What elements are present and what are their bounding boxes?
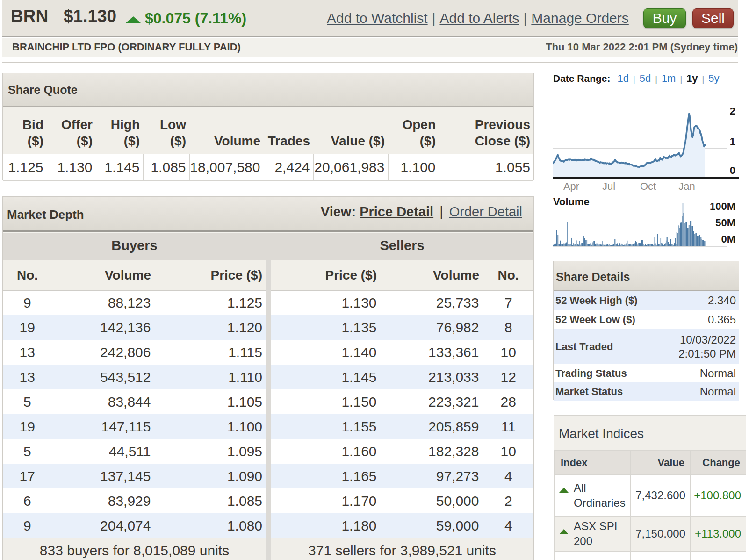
svg-text:50M: 50M — [715, 217, 735, 229]
svg-text:0M: 0M — [721, 233, 735, 245]
svg-text:Apr: Apr — [563, 180, 579, 192]
svg-text:100M: 100M — [710, 201, 735, 212]
svg-text:Jul: Jul — [602, 180, 615, 192]
svg-text:1: 1 — [730, 136, 735, 147]
svg-text:Jan: Jan — [678, 180, 695, 192]
svg-text:Volume: Volume — [553, 196, 590, 208]
svg-text:2: 2 — [730, 105, 735, 117]
svg-text:0: 0 — [730, 165, 735, 176]
svg-text:Oct: Oct — [640, 180, 656, 192]
